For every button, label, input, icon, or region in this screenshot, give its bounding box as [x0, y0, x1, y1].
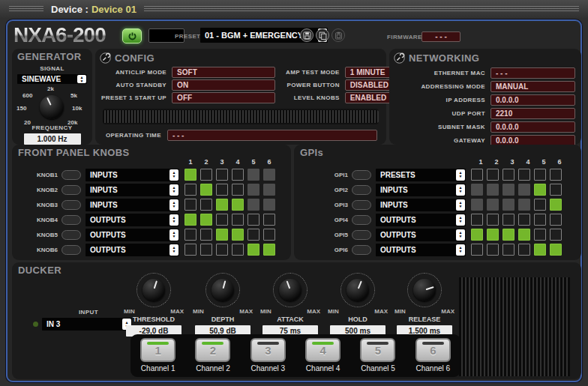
route-checkbox[interactable] — [248, 229, 260, 241]
stepper-icon[interactable] — [456, 199, 465, 211]
route-checkbox[interactable] — [263, 184, 275, 196]
channel-1-button[interactable]: 1 — [140, 338, 176, 362]
route-checkbox[interactable] — [471, 214, 483, 226]
route-checkbox[interactable] — [200, 229, 212, 241]
route-checkbox[interactable] — [550, 169, 562, 181]
knob4-mode-select[interactable]: OUTPUTS — [86, 214, 179, 226]
knob2-mode-select[interactable]: INPUTS — [86, 184, 179, 196]
channel-5-button[interactable]: 5 — [360, 338, 395, 362]
route-checkbox[interactable] — [184, 169, 196, 181]
route-checkbox[interactable] — [248, 244, 260, 256]
hold-knob[interactable] — [346, 279, 369, 301]
route-checkbox[interactable] — [216, 244, 228, 256]
route-checkbox[interactable] — [502, 169, 514, 181]
ducker-input-select[interactable]: IN 3 — [42, 318, 132, 331]
stepper-icon[interactable] — [170, 229, 178, 241]
route-checkbox[interactable] — [232, 199, 244, 211]
route-checkbox[interactable] — [487, 184, 499, 196]
channel-4-button[interactable]: 4 — [305, 338, 340, 362]
route-checkbox[interactable] — [534, 244, 546, 256]
knob6-mode-select[interactable]: OUTPUTS — [86, 244, 179, 256]
route-checkbox[interactable] — [471, 169, 483, 181]
route-checkbox[interactable] — [487, 229, 499, 241]
route-checkbox[interactable] — [232, 214, 244, 226]
route-checkbox[interactable] — [216, 214, 228, 226]
udp-port-value[interactable]: 2210 — [490, 108, 575, 119]
route-checkbox[interactable] — [263, 169, 275, 181]
route-checkbox[interactable] — [534, 214, 546, 226]
route-checkbox[interactable] — [471, 184, 483, 196]
gpi4-mode-select[interactable]: OUTPUTS — [376, 214, 466, 226]
route-checkbox[interactable] — [200, 214, 212, 226]
route-checkbox[interactable] — [502, 244, 514, 256]
route-checkbox[interactable] — [200, 199, 212, 211]
anticlip-mode-value[interactable]: SOFT — [172, 67, 275, 78]
route-checkbox[interactable] — [248, 184, 260, 196]
route-checkbox[interactable] — [263, 244, 275, 256]
route-checkbox[interactable] — [184, 184, 196, 196]
route-checkbox[interactable] — [248, 214, 260, 226]
route-checkbox[interactable] — [487, 199, 499, 211]
stepper-icon[interactable] — [170, 244, 178, 256]
route-checkbox[interactable] — [184, 244, 196, 256]
route-checkbox[interactable] — [487, 244, 499, 256]
route-checkbox[interactable] — [534, 184, 546, 196]
attack-knob[interactable] — [279, 279, 302, 301]
stepper-icon[interactable] — [456, 214, 465, 226]
route-checkbox[interactable] — [518, 229, 530, 241]
route-checkbox[interactable] — [232, 169, 244, 181]
route-checkbox[interactable] — [550, 214, 562, 226]
depth-knob[interactable] — [212, 279, 234, 301]
knob5-mode-select[interactable]: OUTPUTS — [86, 229, 179, 241]
save-preset-button[interactable] — [300, 28, 314, 42]
stepper-icon[interactable] — [170, 214, 178, 226]
route-checkbox[interactable] — [216, 229, 228, 241]
route-checkbox[interactable] — [184, 199, 196, 211]
gpi2-mode-select[interactable]: INPUTS — [376, 184, 466, 196]
signal-select[interactable]: SINEWAVE — [17, 74, 87, 84]
gpi5-mode-select[interactable]: OUTPUTS — [376, 229, 466, 241]
route-checkbox[interactable] — [232, 184, 244, 196]
route-checkbox[interactable] — [502, 229, 514, 241]
route-checkbox[interactable] — [248, 169, 260, 181]
route-checkbox[interactable] — [471, 199, 483, 211]
route-checkbox[interactable] — [216, 199, 228, 211]
route-checkbox[interactable] — [534, 229, 546, 241]
stepper-icon[interactable] — [77, 75, 86, 83]
route-checkbox[interactable] — [471, 229, 483, 241]
stepper-icon[interactable] — [170, 184, 178, 196]
route-checkbox[interactable] — [518, 199, 530, 211]
route-checkbox[interactable] — [502, 184, 514, 196]
frequency-knob[interactable] — [40, 95, 64, 119]
gpi3-mode-select[interactable]: INPUTS — [376, 199, 466, 211]
route-checkbox[interactable] — [518, 169, 530, 181]
route-checkbox[interactable] — [184, 214, 196, 226]
subnet-mask-value[interactable]: 0.0.0.0 — [490, 121, 575, 133]
route-checkbox[interactable] — [534, 169, 546, 181]
stepper-icon[interactable] — [456, 244, 465, 256]
knob3-mode-select[interactable]: INPUTS — [86, 199, 179, 211]
knob1-mode-select[interactable]: INPUTS — [86, 169, 179, 181]
route-checkbox[interactable] — [518, 244, 530, 256]
route-checkbox[interactable] — [263, 214, 275, 226]
route-checkbox[interactable] — [263, 199, 275, 211]
route-checkbox[interactable] — [502, 214, 514, 226]
route-checkbox[interactable] — [518, 184, 530, 196]
route-checkbox[interactable] — [550, 244, 562, 256]
channel-3-button[interactable]: 3 — [250, 338, 286, 362]
route-checkbox[interactable] — [550, 184, 562, 196]
preset1-startup-value[interactable]: OFF — [172, 92, 275, 103]
addressing-mode-value[interactable]: MANUAL — [490, 81, 575, 92]
route-checkbox[interactable] — [518, 214, 530, 226]
channel-6-button[interactable]: 6 — [416, 338, 451, 362]
copy-preset-button[interactable] — [316, 28, 329, 42]
frequency-value[interactable]: 1.000 Hz — [24, 133, 81, 145]
route-checkbox[interactable] — [200, 184, 212, 196]
route-checkbox[interactable] — [216, 169, 228, 181]
route-checkbox[interactable] — [184, 229, 196, 241]
route-checkbox[interactable] — [248, 199, 260, 211]
stepper-icon[interactable] — [456, 229, 465, 241]
route-checkbox[interactable] — [534, 199, 546, 211]
stepper-icon[interactable] — [456, 184, 465, 196]
stepper-icon[interactable] — [170, 199, 178, 211]
